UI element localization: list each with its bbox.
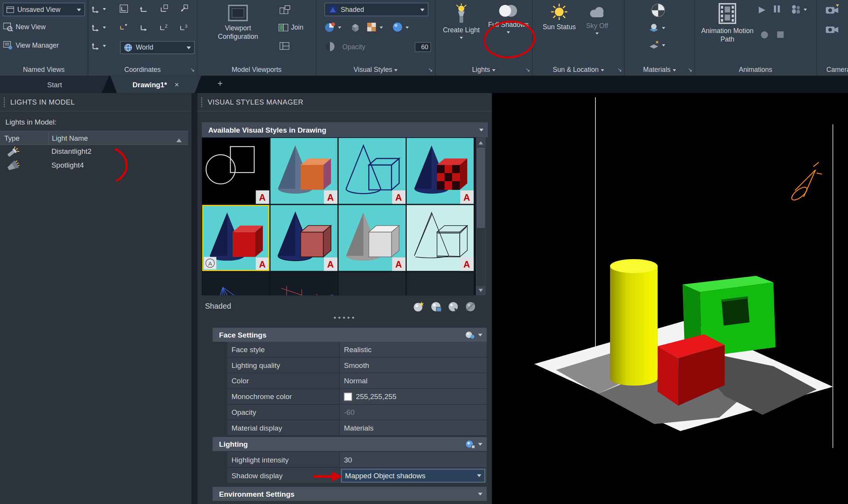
viewport-canvas[interactable] <box>492 93 848 504</box>
ucs-named-button[interactable] <box>120 23 128 32</box>
face-color-mode-button[interactable] <box>350 22 361 32</box>
lights-palette-titlebar[interactable]: LIGHTS IN MODEL <box>0 93 191 111</box>
animation-motion-path-button[interactable]: Animation Motion Path <box>698 3 757 44</box>
property-value[interactable]: 30 <box>339 452 487 468</box>
vsm-titlebar[interactable]: VISUAL STYLES MANAGER <box>198 93 492 111</box>
create-camera-button[interactable] <box>825 4 840 15</box>
palette-resize-grip[interactable]: ●●●●● <box>198 315 492 320</box>
cylinder-yellow[interactable] <box>610 259 658 386</box>
property-value[interactable]: Realistic <box>339 342 487 358</box>
palette-grip[interactable] <box>3 96 6 107</box>
face-settings-header[interactable]: Face Settings <box>213 328 487 342</box>
close-tab-icon[interactable]: × <box>175 80 179 89</box>
ucs-face-button[interactable] <box>140 23 148 32</box>
new-view-button[interactable]: New View <box>3 23 45 32</box>
viewport-configuration-button[interactable]: Viewport Configuration <box>215 4 261 41</box>
ucs-origin-button[interactable] <box>160 4 168 13</box>
restore-viewports-button[interactable] <box>279 42 289 50</box>
face-style-button[interactable] <box>324 22 341 32</box>
shadows-dropdown-button[interactable]: Full Shadows <box>487 3 530 35</box>
show-cameras-button[interactable] <box>825 24 840 35</box>
property-value[interactable]: Smooth <box>339 358 487 373</box>
play-animation-button[interactable]: ▶ <box>759 4 765 15</box>
material-mapping-button[interactable] <box>648 23 665 32</box>
pause-animation-button[interactable] <box>774 5 776 12</box>
style-thumb-conceptual[interactable]: A <box>270 138 337 204</box>
opacity-value-field[interactable]: 60 <box>415 42 431 52</box>
style-thumb-realistic[interactable]: A <box>407 138 474 204</box>
ucs-world-button[interactable] <box>120 4 128 13</box>
ucs-dropdown[interactable]: World <box>120 41 195 54</box>
property-row[interactable]: Lighting quality Smooth <box>227 358 487 373</box>
sun-status-button[interactable]: Sun Status <box>542 3 576 32</box>
property-value[interactable]: 255,255,255 <box>339 389 487 405</box>
style-thumb-shaded-selected[interactable]: AA <box>202 205 269 271</box>
ucs-z-rotate-button[interactable]: Z <box>160 23 168 32</box>
walk-fly-button[interactable] <box>790 4 807 14</box>
property-row[interactable]: Face style Realistic <box>227 342 487 358</box>
scroll-up-button[interactable] <box>476 138 485 147</box>
create-style-icon[interactable] <box>412 301 424 313</box>
property-value[interactable]: -60 <box>339 404 487 420</box>
view-selector-dropdown[interactable]: Unsaved View <box>3 3 85 16</box>
sort-ascending-icon[interactable] <box>176 136 182 142</box>
style-thumb-shades-of-gray[interactable]: A <box>339 205 406 271</box>
lighting-header[interactable]: Lighting <box>213 437 487 451</box>
property-value[interactable]: Normal <box>339 373 487 389</box>
join-viewports-button[interactable]: Join <box>279 24 304 32</box>
create-light-button[interactable]: Create Light <box>442 3 481 40</box>
environment-settings-header[interactable]: Environment Settings <box>213 487 487 501</box>
style-thumb-sketchy[interactable]: A <box>407 205 474 271</box>
ucs-zaxis-button[interactable] <box>180 4 188 13</box>
palette-grip[interactable] <box>200 96 203 107</box>
panel-launcher-icon[interactable]: ↘ <box>525 67 530 72</box>
materials-browser-button[interactable] <box>650 3 665 18</box>
ucs-3point-button[interactable]: 3 <box>180 23 188 32</box>
color-swatch[interactable] <box>344 393 352 401</box>
panel-launcher-icon[interactable]: ↘ <box>617 67 622 72</box>
property-row[interactable]: Shadow display Mapped Object shadows <box>227 468 487 484</box>
property-row[interactable]: Color Normal <box>227 373 487 389</box>
panel-launcher-icon[interactable]: ↘ <box>428 67 433 72</box>
style-thumb-hidden[interactable]: A <box>339 138 406 204</box>
light-row-spotlight4[interactable]: Spotlight4 <box>0 159 188 173</box>
column-header-type[interactable]: Type <box>0 131 49 145</box>
scroll-down-button[interactable] <box>476 286 485 295</box>
new-tab-button[interactable]: + <box>214 78 226 90</box>
ucs-icon-button-3[interactable] <box>91 41 106 50</box>
shading-sphere-button[interactable] <box>392 22 409 32</box>
apply-style-icon[interactable] <box>430 301 442 313</box>
spotlight-glyph[interactable] <box>790 162 822 202</box>
available-styles-header[interactable]: Available Visual Styles in Drawing <box>202 122 488 137</box>
column-header-light-name[interactable]: Light Name <box>49 131 188 145</box>
property-row[interactable]: Highlight intensity 30 <box>227 452 487 468</box>
tab-drawing1[interactable]: Drawing1* × <box>110 76 201 93</box>
scrollbar-thumb[interactable] <box>477 148 485 228</box>
ucs-icon-button-2[interactable] <box>91 23 106 32</box>
view-manager-button[interactable]: View Manager <box>3 41 58 50</box>
visual-style-dropdown[interactable]: Shaded <box>324 3 428 16</box>
tab-start[interactable]: Start <box>0 76 109 93</box>
sky-off-button[interactable]: Sky Off <box>580 3 614 36</box>
delete-style-icon[interactable] <box>465 301 477 313</box>
style-thumb-shaded-with-edges[interactable]: A <box>270 205 337 271</box>
panel-launcher-icon[interactable]: ↘ <box>688 67 692 72</box>
property-row[interactable]: Opacity -60 <box>227 404 487 420</box>
material-attach-button[interactable] <box>648 40 665 50</box>
named-viewports-button[interactable] <box>279 5 290 14</box>
property-row[interactable]: Material display Materials <box>227 420 487 436</box>
stop-animation-button[interactable] <box>777 32 784 38</box>
textures-button[interactable] <box>366 22 383 32</box>
style-thumb-2d-wireframe[interactable]: A <box>202 138 269 204</box>
style-thumb-xray[interactable] <box>270 272 337 295</box>
record-animation-button[interactable] <box>761 32 768 38</box>
property-value[interactable]: Materials <box>339 420 487 436</box>
opacity-toggle-icon[interactable] <box>324 41 335 52</box>
shadow-display-dropdown[interactable]: Mapped Object shadows <box>341 469 485 482</box>
export-style-icon[interactable] <box>447 301 459 313</box>
property-row[interactable]: Monochrome color 255,255,255 <box>227 389 487 405</box>
ucs-icon-button-1[interactable] <box>91 4 106 13</box>
panel-launcher-icon[interactable]: ↘ <box>190 67 195 72</box>
ucs-previous-button[interactable] <box>140 4 148 13</box>
style-thumb-wireframe[interactable] <box>202 272 269 295</box>
